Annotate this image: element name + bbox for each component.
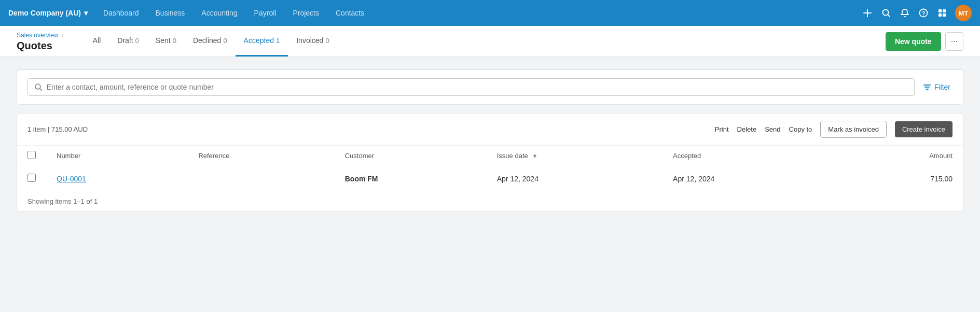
plus-icon-button[interactable] bbox=[860, 5, 875, 21]
tab-invoiced[interactable]: Invoiced 0 bbox=[288, 26, 337, 56]
create-invoice-button[interactable]: Create invoice bbox=[895, 121, 953, 137]
help-icon-button[interactable]: ? bbox=[916, 5, 931, 21]
send-button[interactable]: Send bbox=[765, 125, 780, 133]
tab-accepted[interactable]: Accepted 1 bbox=[236, 26, 288, 56]
showing-items-text: Showing items 1–1 of 1 bbox=[17, 191, 963, 211]
row-customer-cell: Boom FM bbox=[335, 166, 487, 191]
header-number: Number bbox=[46, 146, 188, 166]
row-number-cell: QU-0001 bbox=[46, 166, 188, 191]
bell-icon bbox=[900, 8, 909, 18]
filter-label: Filter bbox=[934, 83, 950, 91]
filter-icon bbox=[923, 83, 931, 91]
page-title: Quotes bbox=[17, 40, 64, 51]
row-checkbox-cell bbox=[17, 166, 46, 191]
plus-icon bbox=[863, 8, 872, 18]
quotes-table: Number Reference Customer Issue date ▼ A… bbox=[17, 146, 963, 191]
help-icon: ? bbox=[919, 8, 928, 18]
tab-draft-label: Draft bbox=[117, 36, 133, 45]
search-input-wrap bbox=[27, 78, 915, 96]
tab-declined-count: 0 bbox=[223, 37, 227, 45]
page-title-area: Sales overview › Quotes bbox=[17, 32, 64, 51]
bell-icon-button[interactable] bbox=[897, 5, 913, 21]
search-icon bbox=[881, 8, 891, 18]
breadcrumb[interactable]: Sales overview › bbox=[17, 32, 64, 39]
main-content: Filter 1 item | 715.00 AUD Print Delete … bbox=[0, 57, 980, 224]
grid-icon bbox=[937, 8, 947, 18]
delete-button[interactable]: Delete bbox=[737, 125, 757, 133]
nav-accounting[interactable]: Accounting bbox=[193, 0, 245, 26]
header-checkbox-col bbox=[17, 146, 46, 166]
nav-business[interactable]: Business bbox=[147, 0, 194, 26]
tab-all[interactable]: All bbox=[85, 26, 109, 56]
search-card: Filter bbox=[17, 69, 963, 105]
nav-contacts[interactable]: Contacts bbox=[327, 0, 372, 26]
select-all-checkbox[interactable] bbox=[27, 151, 36, 159]
action-bar-actions: Print Delete Send Copy to Mark as invoic… bbox=[715, 121, 953, 138]
row-issue-date-cell: Apr 12, 2024 bbox=[487, 166, 662, 191]
row-amount-cell: 715.00 bbox=[838, 166, 963, 191]
tab-accepted-count: 1 bbox=[276, 37, 280, 45]
company-switcher[interactable]: Demo Company (AU) ▾ bbox=[8, 9, 95, 17]
print-button[interactable]: Print bbox=[715, 125, 729, 133]
new-quote-button[interactable]: New quote bbox=[886, 32, 941, 51]
row-accepted-cell: Apr 12, 2024 bbox=[662, 166, 838, 191]
nav-icon-group: ? MT bbox=[860, 5, 972, 21]
row-customer: Boom FM bbox=[345, 175, 378, 183]
header-reference: Reference bbox=[188, 146, 334, 166]
row-checkbox[interactable] bbox=[27, 174, 36, 182]
svg-rect-7 bbox=[943, 9, 946, 12]
row-amount: 715.00 bbox=[930, 175, 953, 183]
search-icon-button[interactable] bbox=[878, 5, 894, 21]
nav-links: Dashboard Business Accounting Payroll Pr… bbox=[95, 0, 860, 26]
avatar[interactable]: MT bbox=[955, 5, 972, 21]
more-options-button[interactable]: ··· bbox=[945, 32, 963, 51]
row-reference-cell bbox=[188, 166, 334, 191]
svg-rect-8 bbox=[938, 13, 942, 17]
row-accepted-date: Apr 12, 2024 bbox=[673, 175, 714, 183]
header-customer: Customer bbox=[335, 146, 487, 166]
grid-icon-button[interactable] bbox=[934, 5, 950, 21]
tab-accepted-label: Accepted bbox=[244, 36, 274, 45]
filter-button[interactable]: Filter bbox=[921, 79, 953, 95]
search-input[interactable] bbox=[47, 83, 908, 91]
company-dropdown-arrow: ▾ bbox=[84, 9, 88, 17]
tab-draft[interactable]: Draft 0 bbox=[109, 26, 147, 56]
tabs-area: All Draft 0 Sent 0 Declined 0 Accepted 1… bbox=[85, 26, 886, 56]
more-icon: ··· bbox=[951, 37, 958, 46]
svg-line-11 bbox=[40, 89, 42, 90]
header-amount: Amount bbox=[838, 146, 963, 166]
action-bar: 1 item | 715.00 AUD Print Delete Send Co… bbox=[17, 114, 963, 146]
header-accepted: Accepted bbox=[662, 146, 838, 166]
svg-text:?: ? bbox=[922, 10, 926, 17]
nav-payroll[interactable]: Payroll bbox=[246, 0, 285, 26]
tab-sent-label: Sent bbox=[156, 36, 171, 45]
table-header-row: Number Reference Customer Issue date ▼ A… bbox=[17, 146, 963, 166]
svg-rect-9 bbox=[943, 13, 946, 17]
company-name: Demo Company (AU) bbox=[8, 9, 81, 17]
copy-to-button[interactable]: Copy to bbox=[789, 125, 812, 133]
tab-declined[interactable]: Declined 0 bbox=[185, 26, 236, 56]
subheader: Sales overview › Quotes All Draft 0 Sent… bbox=[0, 26, 980, 57]
svg-rect-6 bbox=[938, 9, 942, 12]
nav-projects[interactable]: Projects bbox=[284, 0, 327, 26]
mark-as-invoiced-button[interactable]: Mark as invoiced bbox=[820, 121, 887, 138]
nav-dashboard[interactable]: Dashboard bbox=[95, 0, 147, 26]
tab-sent-count: 0 bbox=[173, 37, 176, 45]
table-row: QU-0001 Boom FM Apr 12, 2024 Apr 12, 202… bbox=[17, 166, 963, 191]
breadcrumb-separator: › bbox=[62, 32, 64, 39]
svg-line-3 bbox=[888, 15, 890, 17]
sort-arrow-icon: ▼ bbox=[532, 153, 537, 159]
tab-invoiced-count: 0 bbox=[325, 37, 329, 45]
breadcrumb-parent[interactable]: Sales overview bbox=[17, 32, 59, 39]
quote-number-link[interactable]: QU-0001 bbox=[57, 175, 86, 183]
search-row: Filter bbox=[27, 78, 953, 96]
tab-invoiced-label: Invoiced bbox=[296, 36, 323, 45]
row-issue-date: Apr 12, 2024 bbox=[497, 175, 539, 183]
header-issue-date: Issue date ▼ bbox=[487, 146, 662, 166]
search-icon bbox=[34, 83, 43, 91]
top-navigation: Demo Company (AU) ▾ Dashboard Business A… bbox=[0, 0, 980, 26]
tab-all-label: All bbox=[93, 36, 101, 45]
tab-sent[interactable]: Sent 0 bbox=[147, 26, 185, 56]
table-card: 1 item | 715.00 AUD Print Delete Send Co… bbox=[17, 113, 963, 212]
tab-declined-label: Declined bbox=[193, 36, 221, 45]
